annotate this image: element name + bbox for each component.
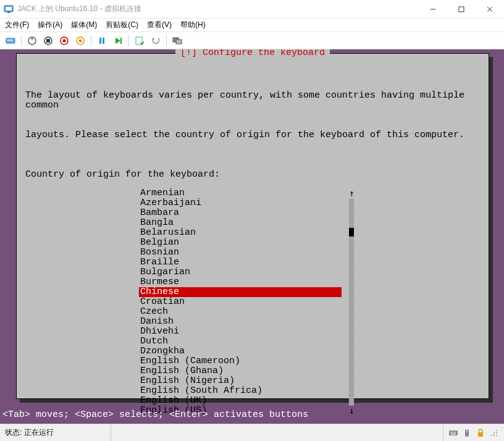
shutdown-button[interactable] bbox=[57, 34, 71, 48]
vm-console[interactable]: [!] Configure the keyboard The layout of… bbox=[0, 49, 504, 424]
keyboard-country-option[interactable]: Armenian bbox=[139, 188, 355, 198]
menu-file[interactable]: 文件(F) bbox=[5, 20, 29, 30]
start-button[interactable] bbox=[25, 34, 39, 48]
svg-rect-2 bbox=[7, 12, 10, 13]
save-button[interactable] bbox=[74, 34, 87, 48]
svg-point-36 bbox=[496, 430, 497, 431]
menubar: 文件(F) 操作(A) 媒体(M) 剪贴板(C) 查看(V) 帮助(H) bbox=[0, 19, 504, 32]
keyboard-country-option[interactable]: English (South Africa) bbox=[139, 386, 355, 396]
instructions-line: layouts. Please select the country of or… bbox=[25, 130, 480, 140]
svg-rect-35 bbox=[478, 432, 483, 437]
enhanced-session-button[interactable] bbox=[170, 34, 184, 48]
window-controls bbox=[419, 0, 504, 19]
svg-point-37 bbox=[494, 432, 495, 434]
keyboard-country-option[interactable]: Chinese bbox=[139, 287, 342, 297]
vm-connection-window: JACK 上的 Ubuntu16.10 - 虚拟机连接 文件(F) 操作(A) … bbox=[0, 0, 504, 441]
keyboard-country-option[interactable]: Burmese bbox=[139, 277, 355, 287]
svg-rect-8 bbox=[7, 40, 9, 41]
svg-rect-20 bbox=[103, 38, 104, 44]
app-icon bbox=[4, 4, 14, 14]
ctrl-alt-del-button[interactable] bbox=[4, 34, 17, 48]
svg-rect-1 bbox=[6, 7, 12, 10]
svg-point-38 bbox=[496, 432, 497, 434]
menu-media[interactable]: 媒体(M) bbox=[71, 20, 97, 30]
keyboard-config-dialog: [!] Configure the keyboard The layout of… bbox=[16, 53, 489, 399]
turnoff-button[interactable] bbox=[41, 34, 55, 48]
svg-rect-29 bbox=[452, 432, 453, 433]
svg-rect-10 bbox=[11, 40, 12, 41]
toolbar-separator bbox=[91, 35, 91, 46]
svg-point-16 bbox=[63, 39, 66, 42]
keyboard-country-option[interactable]: English (Cameroon) bbox=[139, 356, 355, 366]
status-text: 状态: 正在运行 bbox=[0, 424, 111, 441]
svg-point-41 bbox=[496, 435, 497, 436]
scroll-down-arrow-icon: ↓ bbox=[349, 406, 355, 416]
keyboard-country-option[interactable]: English (UK) bbox=[139, 396, 355, 406]
status-spacer bbox=[111, 424, 443, 441]
keyboard-country-option[interactable]: Azerbaijani bbox=[139, 198, 355, 208]
keyboard-country-option[interactable]: English (Ghana) bbox=[139, 366, 355, 376]
svg-rect-28 bbox=[450, 432, 452, 433]
svg-point-40 bbox=[494, 435, 495, 436]
keyboard-country-option[interactable]: English (Nigeria) bbox=[139, 376, 355, 386]
keyboard-country-option[interactable]: Bosnian bbox=[139, 248, 355, 258]
svg-rect-26 bbox=[176, 40, 182, 44]
svg-rect-9 bbox=[9, 40, 10, 41]
keyboard-country-option[interactable]: Czech bbox=[139, 307, 355, 317]
checkpoint-button[interactable] bbox=[133, 34, 146, 48]
keyboard-country-option[interactable]: Croatian bbox=[139, 297, 355, 307]
toolbar bbox=[0, 32, 504, 49]
reset-button[interactable] bbox=[111, 34, 125, 48]
titlebar: JACK 上的 Ubuntu16.10 - 虚拟机连接 bbox=[0, 0, 504, 19]
svg-rect-22 bbox=[120, 38, 122, 44]
keyboard-country-list[interactable]: ↑ ↓ ArmenianAzerbaijaniBambaraBanglaBela… bbox=[139, 188, 355, 416]
keyboard-icon bbox=[448, 428, 458, 438]
instructions-line: The layout of keyboards varies per count… bbox=[25, 91, 480, 111]
keyboard-country-option[interactable]: Danish bbox=[139, 317, 355, 327]
svg-rect-19 bbox=[99, 38, 101, 44]
pause-button[interactable] bbox=[95, 34, 109, 48]
maximize-button[interactable] bbox=[447, 0, 476, 19]
scrollbar-thumb[interactable] bbox=[349, 228, 354, 237]
svg-rect-27 bbox=[449, 430, 458, 435]
menu-help[interactable]: 帮助(H) bbox=[180, 20, 206, 30]
svg-rect-30 bbox=[453, 432, 455, 433]
svg-rect-31 bbox=[455, 432, 456, 433]
window-title: JACK 上的 Ubuntu16.10 - 虚拟机连接 bbox=[17, 4, 419, 14]
resize-grip-icon[interactable] bbox=[489, 428, 499, 438]
dialog-title: [!] Configure the keyboard bbox=[175, 49, 330, 58]
svg-point-39 bbox=[491, 435, 492, 436]
mouse-icon bbox=[462, 428, 472, 438]
svg-rect-4 bbox=[459, 7, 464, 12]
keyboard-country-option[interactable]: Belgian bbox=[139, 238, 355, 248]
keyboard-country-option[interactable]: Bambara bbox=[139, 208, 355, 218]
svg-rect-14 bbox=[46, 39, 50, 43]
svg-marker-21 bbox=[116, 38, 120, 44]
toolbar-separator bbox=[166, 35, 167, 46]
dialog-instructions: The layout of keyboards varies per count… bbox=[25, 71, 480, 160]
scroll-up-arrow-icon: ↑ bbox=[349, 188, 355, 198]
menu-view[interactable]: 查看(V) bbox=[147, 20, 172, 30]
statusbar: 状态: 正在运行 bbox=[0, 424, 504, 441]
navigation-hint: <Tab> moves; <Space> selects; <Enter> ac… bbox=[2, 410, 308, 420]
menu-action[interactable]: 操作(A) bbox=[38, 20, 62, 30]
keyboard-country-option[interactable]: Dzongkha bbox=[139, 346, 355, 356]
menu-clipboard[interactable]: 剪贴板(C) bbox=[106, 20, 138, 30]
keyboard-country-option[interactable]: Bulgarian bbox=[139, 267, 355, 277]
keyboard-country-option[interactable]: Dhivehi bbox=[139, 327, 355, 337]
keyboard-country-option[interactable]: Belarusian bbox=[139, 228, 355, 238]
revert-button[interactable] bbox=[149, 34, 162, 48]
prompt-label: Country of origin for the keyboard: bbox=[25, 170, 480, 180]
toolbar-separator bbox=[21, 35, 22, 46]
svg-rect-32 bbox=[451, 434, 456, 435]
keyboard-country-option[interactable]: Bangla bbox=[139, 218, 355, 228]
lock-icon bbox=[476, 428, 485, 438]
keyboard-country-option[interactable]: Braille bbox=[139, 258, 355, 267]
keyboard-country-option[interactable]: Dutch bbox=[139, 337, 355, 346]
svg-point-18 bbox=[79, 39, 82, 42]
toolbar-separator bbox=[128, 35, 129, 46]
close-button[interactable] bbox=[476, 0, 504, 19]
minimize-button[interactable] bbox=[419, 0, 447, 19]
status-tray bbox=[443, 428, 504, 438]
